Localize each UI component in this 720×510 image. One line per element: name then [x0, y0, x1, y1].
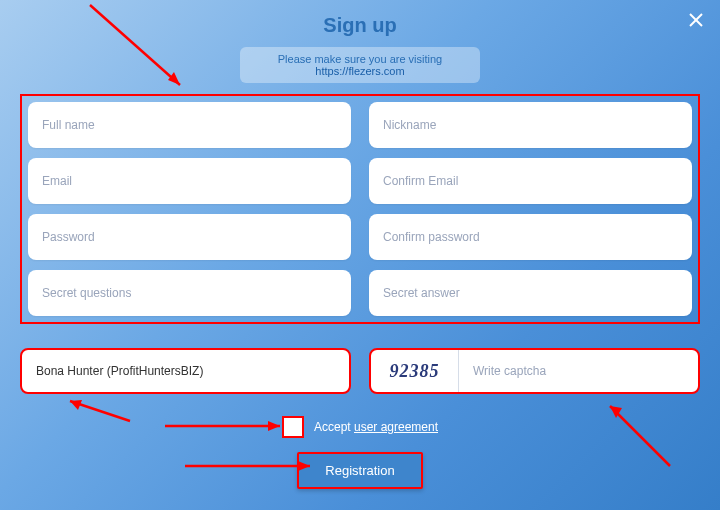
signup-form	[20, 94, 700, 324]
close-button[interactable]	[686, 10, 706, 30]
secret-answer-field-wrap	[369, 270, 692, 316]
agreement-row: Accept user agreement	[0, 416, 720, 438]
registration-button[interactable]: Registration	[297, 452, 422, 489]
secret-question-input[interactable]	[42, 286, 337, 300]
page-title: Sign up	[0, 0, 720, 37]
close-icon	[688, 12, 704, 28]
confirm-password-input[interactable]	[383, 230, 678, 244]
user-agreement-link[interactable]: user agreement	[354, 420, 438, 434]
svg-marker-3	[168, 72, 180, 85]
captcha-group: 92385	[369, 348, 700, 394]
confirm-email-field-wrap	[369, 158, 692, 204]
secret-question-field-wrap	[28, 270, 351, 316]
notice-text: Please make sure you are visiting	[248, 53, 472, 65]
captcha-image: 92385	[371, 350, 459, 392]
email-input[interactable]	[42, 174, 337, 188]
notice-url[interactable]: https://flezers.com	[315, 65, 404, 77]
confirm-password-field-wrap	[369, 214, 692, 260]
secret-answer-input[interactable]	[383, 286, 678, 300]
confirm-email-input[interactable]	[383, 174, 678, 188]
fullname-field-wrap	[28, 102, 351, 148]
email-field-wrap	[28, 158, 351, 204]
upline-value: Bona Hunter (ProfitHuntersBIZ)	[36, 364, 203, 378]
upline-field[interactable]: Bona Hunter (ProfitHuntersBIZ)	[20, 348, 351, 394]
nickname-field-wrap	[369, 102, 692, 148]
svg-marker-5	[70, 400, 82, 410]
password-field-wrap	[28, 214, 351, 260]
agreement-checkbox[interactable]	[282, 416, 304, 438]
captcha-input[interactable]	[459, 364, 698, 378]
visiting-notice: Please make sure you are visiting https:…	[240, 47, 480, 83]
accept-label: Accept	[314, 420, 351, 434]
fullname-input[interactable]	[42, 118, 337, 132]
password-input[interactable]	[42, 230, 337, 244]
nickname-input[interactable]	[383, 118, 678, 132]
